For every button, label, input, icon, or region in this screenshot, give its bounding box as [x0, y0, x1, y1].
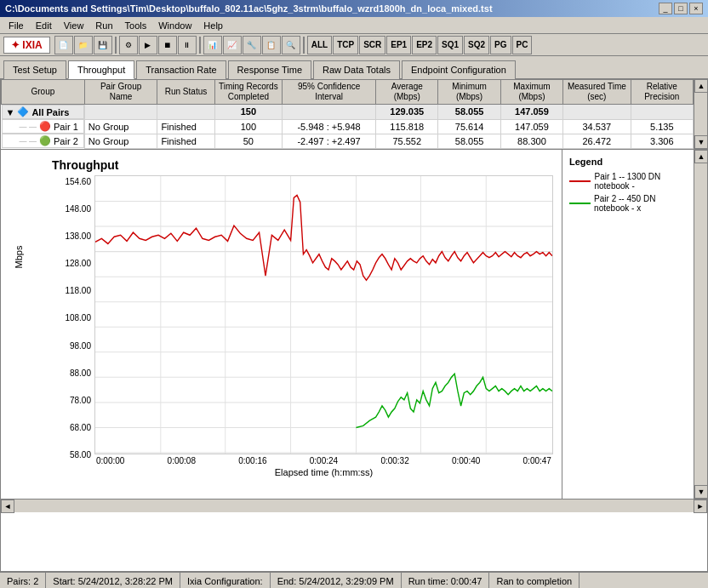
cell-precision — [631, 105, 693, 120]
menu-window[interactable]: Window — [153, 19, 197, 32]
toolbar-btn-8[interactable]: 📈 — [223, 36, 242, 54]
chart-scroll-down[interactable]: ▼ — [694, 485, 708, 499]
main-content: Group Pair Group Name Run Status Timing … — [0, 79, 708, 572]
pair2-line — [356, 374, 552, 427]
table-scrollbar[interactable]: ▲ ▼ — [694, 79, 707, 149]
h-scroll-track — [14, 500, 694, 512]
chart-scroll-up[interactable]: ▲ — [694, 150, 708, 163]
toolbar-sq2-btn[interactable]: SQ2 — [464, 36, 489, 54]
cell-pair1-group: No Group — [84, 119, 157, 134]
cell-pair1-timing: 100 — [214, 119, 282, 134]
h-scroll-right[interactable]: ► — [694, 500, 707, 513]
y-label-1: 148.00 — [65, 204, 91, 214]
col-maximum: Maximum (Mbps) — [500, 80, 562, 105]
toolbar-scr-btn[interactable]: SCR — [359, 36, 385, 54]
tab-throughput[interactable]: Throughput — [68, 60, 134, 79]
x-label-1: 0:00:08 — [168, 456, 196, 465]
cell-pair1-status: Finished — [157, 119, 214, 134]
pair2-icon: 🟢 — [39, 135, 51, 146]
y-axis-title: Mbps — [14, 245, 24, 268]
toolbar-pc-btn[interactable]: PC — [512, 36, 533, 54]
col-measured-time: Measured Time (sec) — [563, 80, 631, 105]
table-row-pair2: — — 🟢 Pair 2 No Group Finished 50 -2.497… — [2, 134, 694, 148]
cell-pair-group — [84, 105, 157, 120]
cell-confidence — [283, 105, 376, 120]
y-label-5: 108.00 — [65, 313, 91, 323]
chart-scrollbar[interactable]: ▲ ▼ — [694, 150, 707, 499]
toolbar-btn-5[interactable]: ⏹ — [158, 36, 177, 54]
chart-scroll-track — [694, 163, 707, 485]
col-confidence: 95% Confidence Interval — [283, 80, 376, 105]
toolbar-new-btn[interactable]: 📄 — [54, 36, 73, 54]
cell-timing: 150 — [214, 105, 282, 120]
tab-test-setup[interactable]: Test Setup — [3, 60, 66, 79]
toolbar-ep1-btn[interactable]: EP1 — [386, 36, 411, 54]
x-label-6: 0:00:47 — [523, 456, 551, 465]
toolbar-btn-6[interactable]: ⏸ — [178, 36, 197, 54]
legend-line-pair1 — [569, 180, 591, 182]
toolbar-ep2-btn[interactable]: EP2 — [412, 36, 437, 54]
cell-pair2-confidence: -2.497 : +2.497 — [283, 134, 376, 148]
cell-pair1-confidence: -5.948 : +5.948 — [283, 119, 376, 134]
cell-pair2-measured: 26.472 — [563, 134, 631, 148]
x-label-2: 0:00:16 — [238, 456, 266, 465]
toolbar-btn-9[interactable]: 🔧 — [243, 36, 261, 54]
tab-endpoint-config[interactable]: Endpoint Configuration — [402, 60, 516, 79]
cell-measured — [563, 105, 631, 120]
toolbar-all-btn[interactable]: ALL — [307, 36, 332, 54]
toolbar-btn-7[interactable]: 📊 — [203, 36, 222, 54]
cell-pair1-precision: 5.135 — [631, 119, 693, 134]
tab-raw-data-totals[interactable]: Raw Data Totals — [313, 60, 400, 79]
y-label-3: 128.00 — [65, 259, 91, 268]
toolbar-open-btn[interactable]: 📁 — [74, 36, 93, 54]
menu-view[interactable]: View — [59, 19, 89, 32]
h-scrollbar[interactable]: ◄ ► — [1, 499, 707, 512]
cell-pair1-minimum: 75.614 — [438, 119, 500, 134]
legend-title: Legend — [569, 157, 687, 167]
scroll-up-btn[interactable]: ▲ — [694, 79, 708, 93]
toolbar-save-btn[interactable]: 💾 — [94, 36, 112, 54]
menu-tools[interactable]: Tools — [120, 19, 152, 32]
x-label-4: 0:00:32 — [380, 456, 408, 465]
col-pair-group-name: Pair Group Name — [84, 80, 157, 105]
tab-transaction-rate[interactable]: Transaction Rate — [136, 60, 226, 79]
close-button[interactable]: × — [689, 3, 703, 14]
window-title: C:\Documents and Settings\Tim\Desktop\bu… — [5, 3, 493, 14]
col-relative-precision: Relative Precision — [631, 80, 693, 105]
results-table: Group Pair Group Name Run Status Timing … — [1, 79, 694, 149]
cell-pair2-name: — — 🟢 Pair 2 — [2, 134, 84, 148]
status-start: Start: 5/24/2012, 3:28:22 PM — [46, 573, 180, 588]
status-run-time: Run time: 0:00:47 — [402, 573, 490, 588]
toolbar-sq1-btn[interactable]: SQ1 — [437, 36, 463, 54]
toolbar-tcp-btn[interactable]: TCP — [333, 36, 358, 54]
chart-svg — [95, 176, 552, 454]
toolbar-btn-11[interactable]: 🔍 — [282, 36, 300, 54]
toolbar-btn-10[interactable]: 📋 — [262, 36, 281, 54]
toolbar-pg-btn[interactable]: PG — [490, 36, 511, 54]
menu-help[interactable]: Help — [198, 19, 228, 32]
toolbar-btn-4[interactable]: ▶ — [139, 36, 157, 54]
cell-pair1-average: 115.818 — [376, 119, 438, 134]
cell-pair2-minimum: 58.055 — [438, 134, 500, 148]
maximize-button[interactable]: □ — [674, 3, 688, 14]
y-label-2: 138.00 — [65, 231, 91, 241]
cell-run-status — [157, 105, 214, 120]
x-axis-title: Elapsed time (h:mm:ss) — [94, 467, 553, 477]
menu-edit[interactable]: Edit — [31, 19, 57, 32]
scroll-down-btn[interactable]: ▼ — [694, 135, 708, 149]
toolbar-btn-3[interactable]: ⚙ — [119, 36, 138, 54]
expand-icon[interactable]: ▼ — [6, 107, 15, 117]
h-scroll-left[interactable]: ◄ — [1, 500, 14, 513]
minimize-button[interactable]: _ — [659, 3, 672, 14]
cell-minimum: 58.055 — [438, 105, 500, 120]
tab-response-time[interactable]: Response Time — [228, 60, 311, 79]
group-icon: 🔷 — [17, 106, 29, 117]
cell-average: 129.035 — [376, 105, 438, 120]
menu-run[interactable]: Run — [90, 19, 117, 32]
y-axis-labels: 154.60 148.00 138.00 128.00 118.00 108.0… — [52, 175, 94, 477]
cell-group-name: ▼ 🔷 All Pairs — [2, 105, 84, 119]
menu-file[interactable]: File — [3, 19, 29, 32]
x-label-0: 0:00:00 — [96, 456, 124, 465]
menu-bar: File Edit View Run Tools Window Help — [0, 17, 708, 34]
x-label-5: 0:00:40 — [452, 456, 480, 465]
